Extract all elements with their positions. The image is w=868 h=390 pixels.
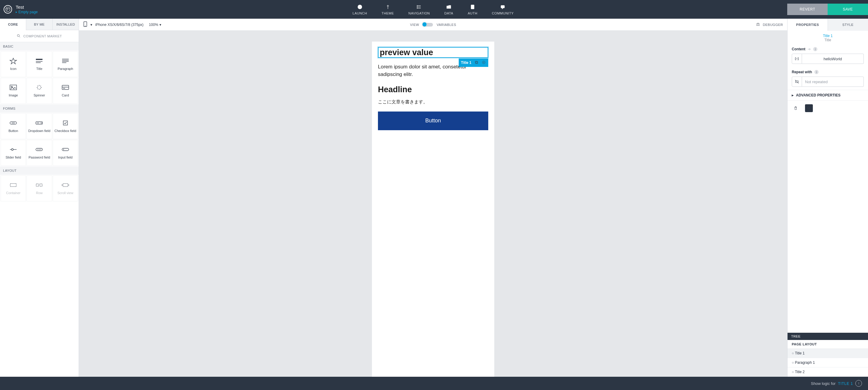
- section-basic-head: BASIC: [0, 42, 79, 51]
- footer-prefix: Show logic for: [811, 381, 836, 386]
- checkbox-icon: [60, 119, 70, 127]
- info-icon[interactable]: i: [814, 70, 818, 74]
- component-icon[interactable]: Icon: [1, 51, 26, 77]
- component-password[interactable]: ✕✕✕Password field: [27, 140, 52, 166]
- content-input[interactable]: [802, 54, 864, 64]
- component-slider[interactable]: Slider field: [1, 140, 26, 166]
- svg-rect-6: [501, 5, 504, 8]
- top-icon-theme[interactable]: THEME: [380, 4, 396, 15]
- tree-item-title-2[interactable]: Title 2: [787, 367, 868, 377]
- tree-item-title-1[interactable]: Title 1: [787, 349, 868, 358]
- component-label: Spinner: [34, 93, 45, 97]
- component-container[interactable]: Container: [1, 175, 26, 201]
- top-icon-launch[interactable]: LAUNCH: [351, 4, 369, 15]
- component-image[interactable]: Image: [1, 78, 26, 104]
- delete-icon[interactable]: [482, 60, 486, 65]
- component-market[interactable]: COMPONENT MARKET: [0, 30, 79, 42]
- repeat-input[interactable]: Not repeated: [802, 77, 864, 87]
- svg-point-15: [11, 149, 13, 150]
- tree-item-label: Title 2: [792, 370, 805, 374]
- component-dropdown[interactable]: Dropdown field: [27, 113, 52, 139]
- component-checkbox[interactable]: Checkbox field: [53, 113, 78, 139]
- top-icon-auth[interactable]: AUTH: [466, 4, 479, 15]
- left-tab-core[interactable]: CORE: [0, 19, 26, 30]
- component-row[interactable]: Row: [27, 175, 52, 201]
- component-market-label: COMPONENT MARKET: [23, 34, 62, 38]
- row-icon: [34, 181, 44, 189]
- component-input[interactable]: Input field: [53, 140, 78, 166]
- tree-page-layout[interactable]: PAGE LAYOUT: [787, 340, 868, 349]
- svg-rect-11: [62, 85, 69, 90]
- app-logo[interactable]: [4, 5, 12, 13]
- right-tab-properties[interactable]: PROPERTIES: [787, 19, 828, 31]
- footer-target[interactable]: TITLE 1: [838, 381, 853, 386]
- svg-rect-8: [36, 59, 42, 60]
- svg-point-10: [11, 86, 12, 87]
- properties-crumb-current: Title: [787, 38, 868, 42]
- no-repeat-icon[interactable]: [792, 77, 802, 87]
- canvas-title-1[interactable]: preview value Title 1: [378, 47, 488, 58]
- top-icon-label: AUTH: [468, 11, 477, 15]
- save-button[interactable]: SAVE: [828, 4, 868, 15]
- canvas-title-2[interactable]: Headline: [378, 85, 488, 94]
- data-icon: [446, 4, 452, 10]
- trash-button[interactable]: [792, 104, 800, 112]
- tree: PAGE LAYOUT Title 1 Paragraph 1 Title 2: [787, 340, 868, 377]
- canvas-paragraph-2[interactable]: ここに文章を書きます。: [378, 99, 488, 105]
- advanced-properties[interactable]: ▸ ADVANCED PROPERTIES: [787, 90, 868, 101]
- top-icon-label: LAUNCH: [352, 11, 367, 15]
- svg-rect-25: [476, 61, 478, 63]
- left-panel: CORE BY ME INSTALLED COMPONENT MARKET BA…: [0, 19, 79, 377]
- device-picker[interactable]: ▾ iPhone XS/X/6/6S/7/8 (375px): [83, 21, 144, 28]
- expand-up-icon[interactable]: ↑: [855, 380, 862, 387]
- container-icon: [8, 181, 19, 189]
- left-tab-byme[interactable]: BY ME: [26, 19, 52, 30]
- component-label: Image: [9, 93, 18, 97]
- component-button[interactable]: Button: [1, 113, 26, 139]
- toggle[interactable]: [423, 23, 433, 27]
- svg-text:✕✕✕: ✕✕✕: [37, 149, 41, 150]
- copy-icon[interactable]: [474, 60, 478, 65]
- left-tab-installed[interactable]: INSTALLED: [53, 19, 79, 30]
- device-icon: [83, 21, 87, 28]
- selection-tag: Title 1: [459, 58, 488, 67]
- revert-button[interactable]: REVERT: [787, 4, 828, 15]
- paragraph-icon: [60, 57, 70, 64]
- properties-crumb-link[interactable]: Title 1: [787, 34, 868, 38]
- launch-icon: [357, 4, 363, 10]
- component-scrollview[interactable]: Scroll view: [53, 175, 78, 201]
- component-spinner[interactable]: Spinner: [27, 78, 52, 104]
- binding-icon[interactable]: [792, 54, 802, 64]
- breadcrumb-arrow-icon: ▸: [16, 10, 17, 14]
- right-tab-style[interactable]: STYLE: [828, 19, 868, 31]
- canvas[interactable]: preview value Title 1 Lorem ipsum dolor …: [79, 31, 787, 377]
- inspect-button[interactable]: [805, 104, 813, 112]
- top-icon-community[interactable]: COMMUNITY: [490, 4, 516, 15]
- arrow-right-icon[interactable]: ➔: [808, 47, 811, 51]
- component-label: Input field: [58, 155, 73, 159]
- component-label: Button: [8, 129, 18, 133]
- right-tabs: PROPERTIES STYLE: [787, 19, 868, 31]
- tree-item-paragraph-1[interactable]: Paragraph 1: [787, 358, 868, 367]
- tree-header: TREE: [787, 333, 868, 340]
- zoom-picker[interactable]: 100% ▾: [149, 23, 161, 27]
- component-label: Checkbox field: [55, 129, 76, 133]
- bottom-bar: Show logic for TITLE 1 ↑: [0, 377, 868, 390]
- app-title: Test: [16, 4, 38, 10]
- content-label: Content ➔ i: [792, 47, 864, 51]
- component-label: Title: [36, 67, 42, 71]
- breadcrumb[interactable]: ▸ Empty page: [16, 10, 38, 14]
- input-icon: [60, 146, 70, 153]
- info-icon[interactable]: i: [813, 47, 817, 51]
- debugger-button[interactable]: DEBUGGER: [755, 22, 783, 27]
- svg-point-4: [417, 8, 417, 8]
- top-icon-data[interactable]: DATA: [442, 4, 455, 15]
- canvas-button[interactable]: Button: [378, 112, 488, 130]
- component-title[interactable]: Title: [27, 51, 52, 77]
- component-paragraph[interactable]: Paragraph: [53, 51, 78, 77]
- top-icon-navigation[interactable]: NAVIGATION: [407, 4, 432, 15]
- component-label: Row: [36, 191, 42, 195]
- center-area: ▾ iPhone XS/X/6/6S/7/8 (375px) 100% ▾ VI…: [79, 19, 787, 377]
- button-icon: [8, 119, 19, 127]
- component-card[interactable]: Card: [53, 78, 78, 104]
